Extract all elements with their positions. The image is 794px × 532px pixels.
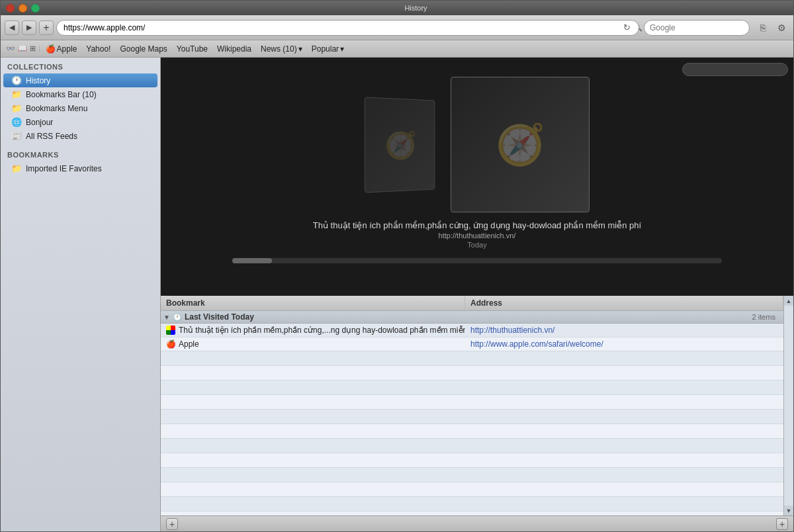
add-collection-button[interactable]: + [166,518,178,530]
search-container: 🔍 [633,20,750,36]
search-input[interactable] [644,20,750,36]
scroll-track [784,306,793,506]
table-area: Bookmark Address ▼ 🕐 Last Visited Today … [161,296,793,515]
cell-bookmark-1: Thủ thuật tiện ích phần mềm,phần cứng,..… [161,324,465,337]
table-row-empty [161,453,783,468]
reading-list-icon: 📖 [18,44,27,53]
preview-search-input[interactable] [682,63,788,76]
group-arrow-today: ▼ [163,314,170,321]
table-row[interactable]: Thủ thuật tiện ích phần mềm,phần cứng,..… [161,324,783,337]
sidebar-item-ie-favorites[interactable]: 📁 Imported IE Favorites [1,161,160,175]
header-address: Address [465,296,783,310]
sidebar-label-bookmarks-menu: Bookmarks Menu [26,104,87,113]
preview-thumbnails: 🧭 🧭 [365,77,590,212]
table-row-empty [161,468,783,482]
bookmark-apple[interactable]: 🍎 Apple [42,43,81,55]
group-count-today: 2 items [752,313,775,321]
bookmark-google-maps[interactable]: Google Maps [116,43,171,55]
sidebar-label-bookmarks-bar: Bookmarks Bar (10) [26,90,97,99]
main-area: COLLECTIONS 🕐 History 📁 Bookmarks Bar (1… [1,58,793,531]
preview-date: Today [313,241,641,249]
sidebar-item-bookmarks-bar[interactable]: 📁 Bookmarks Bar (10) [1,87,160,101]
sidebar-label-history: History [26,76,50,85]
content-pane: 🧭 🧭 Thủ thuật tiện ích phần mềm,phần cứn… [161,58,793,531]
minimize-button[interactable] [19,4,27,13]
settings-button[interactable]: ⚙ [773,20,789,36]
collections-header: COLLECTIONS [1,58,160,73]
sidebar-label-ie-favorites: Imported IE Favorites [26,164,102,173]
preview-info: Thủ thuật tiện ích phần mềm,phần cứng, ứ… [313,220,641,249]
toolbar-right: ⎘ ⚙ [755,20,789,36]
table-row-empty [161,380,783,395]
bottom-bar: + + [161,515,793,531]
compass-icon-main: 🧭 [496,121,545,168]
group-label-today: Last Visited Today [185,312,752,322]
table-row-empty [161,439,783,453]
bonjour-icon: 🌐 [11,117,22,127]
sidebar-item-bonjour[interactable]: 🌐 Bonjour [1,115,160,129]
table-row-empty [161,366,783,380]
rss-icon: 📰 [11,131,22,141]
table-scrollbar[interactable]: ▲ ▼ [783,296,793,515]
sidebar-item-bookmarks-menu[interactable]: 📁 Bookmarks Menu [1,101,160,115]
preview-url: http://thuthuattienich.vn/ [313,232,641,240]
grid-icon: ⊞ [30,44,36,53]
table-row-empty [161,482,783,497]
separator-1: | [38,45,40,52]
sidebar-item-rss[interactable]: 📰 All RSS Feeds [1,129,160,143]
table-row-empty [161,395,783,410]
maximize-button[interactable] [31,4,40,13]
title-bar: History [1,1,793,15]
bookmark-popular[interactable]: Popular ▾ [308,43,348,55]
sidebar-item-history[interactable]: 🕐 History [3,73,157,87]
address-bar[interactable] [56,20,639,36]
preview-scrollbar[interactable] [232,258,722,263]
preview-search [682,63,788,76]
scroll-down-arrow[interactable]: ▼ [784,506,793,515]
table-row[interactable]: 🍎 Apple http://www.apple.com/safari/welc… [161,337,783,351]
preview-title: Thủ thuật tiện ích phần mềm,phần cứng, ứ… [313,220,641,230]
bookmark-export-button[interactable]: ⎘ [755,20,771,36]
compass-icon-small: 🧭 [384,129,416,161]
group-row-today[interactable]: ▼ 🕐 Last Visited Today 2 items [161,311,783,324]
bookmarks-menu-icon: 📁 [11,103,22,113]
new-tab-button[interactable]: + [39,21,54,35]
bookmarks-bar-icon: 📁 [11,89,22,99]
browser-window: History ◀ ▶ + ↻ 🔍 ⎘ ⚙ 👓 📖 ⊞ | 🍎 Apple Ya… [0,0,794,532]
group-clock-icon: 🕐 [173,313,182,322]
preview-area: 🧭 🧭 Thủ thuật tiện ích phần mềm,phần cứn… [161,58,793,296]
favicon-apple: 🍎 [166,339,175,349]
cell-address-1[interactable]: http://thuthuattienich.vn/ [465,324,783,337]
close-button[interactable] [6,4,15,13]
scroll-up-arrow[interactable]: ▲ [784,296,793,306]
bookmark-yahoo[interactable]: Yahoo! [82,43,114,55]
table-header: Bookmark Address [161,296,783,311]
table-row-empty [161,497,783,511]
history-table: Bookmark Address ▼ 🕐 Last Visited Today … [161,296,783,515]
add-bookmark-button[interactable]: + [776,518,788,530]
thumbnail-back: 🧭 [365,97,435,193]
cell-bookmark-2: 🍎 Apple [161,337,465,351]
sidebar-label-bonjour: Bonjour [26,118,53,127]
table-row-empty [161,410,783,424]
window-title: History [44,4,788,12]
bookmark-youtube[interactable]: YouTube [173,43,212,55]
sidebar-label-rss: All RSS Feeds [26,132,77,141]
bookmark-news[interactable]: News (10) ▾ [257,43,306,55]
forward-button[interactable]: ▶ [22,21,36,35]
bookmarks-bar: 👓 📖 ⊞ | 🍎 Apple Yahoo! Google Maps YouTu… [1,40,793,58]
toolbar: ◀ ▶ + ↻ 🔍 ⎘ ⚙ [1,15,793,40]
table-body: ▼ 🕐 Last Visited Today 2 items Thủ thuật… [161,311,783,515]
back-button[interactable]: ◀ [5,21,19,35]
bookmark-wikipedia[interactable]: Wikipedia [213,43,255,55]
ie-favorites-icon: 📁 [11,163,22,173]
preview-scrollbar-thumb [232,258,272,263]
favicon-thuthuattienich [166,326,175,335]
table-row-empty [161,424,783,439]
thumbnail-main: 🧭 [451,77,590,212]
history-icon: 🕐 [11,75,22,85]
cell-address-2[interactable]: http://www.apple.com/safari/welcome/ [465,337,783,351]
bookmarks-header: BOOKMARKS [1,146,160,161]
reload-button[interactable]: ↻ [623,22,631,32]
table-row-empty [161,351,783,366]
